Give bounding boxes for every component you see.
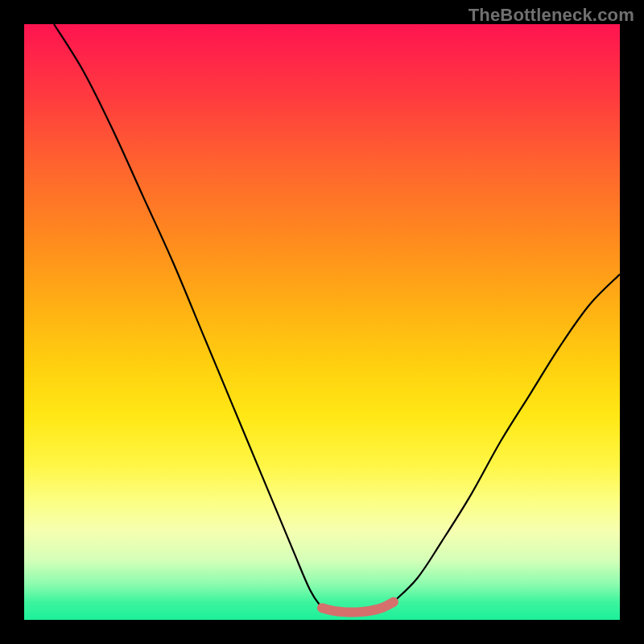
curve-flat-segment <box>322 602 394 613</box>
watermark-text: TheBottleneck.com <box>469 5 634 26</box>
curve-right-branch <box>394 275 620 602</box>
plot-area <box>24 24 620 620</box>
chart-frame: TheBottleneck.com <box>0 0 644 644</box>
curve-left-branch <box>54 24 322 608</box>
curve-layer <box>24 24 620 620</box>
